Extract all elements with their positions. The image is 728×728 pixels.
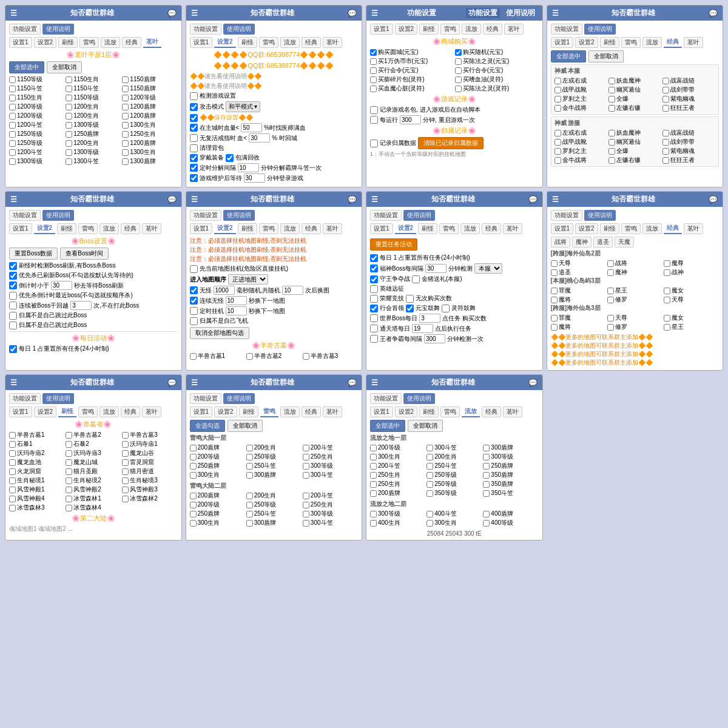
- btn-reset-task[interactable]: 重置任务活动: [370, 238, 417, 251]
- p10-my[interactable]: 茗叶: [323, 406, 342, 417]
- cb-lf-200dj[interactable]: [370, 445, 377, 451]
- cb-mlxc[interactable]: [9, 459, 16, 466]
- cb-fxsd1[interactable]: [9, 487, 16, 493]
- cb-mymd[interactable]: [122, 468, 129, 475]
- panel4-menu-icon[interactable]: ☰: [552, 9, 559, 18]
- p4-func[interactable]: 功能设置: [551, 24, 582, 35]
- tab-lm[interactable]: 雷鸣: [79, 37, 99, 48]
- cb-record[interactable]: [370, 106, 378, 114]
- input-revive[interactable]: [249, 133, 270, 143]
- cb-bxsl3[interactable]: [9, 505, 16, 511]
- input-chain[interactable]: [226, 296, 247, 305]
- input-tower[interactable]: [412, 324, 433, 333]
- panel10-chat-icon[interactable]: 💬: [348, 379, 357, 387]
- panel2-chat-icon[interactable]: 💬: [348, 9, 357, 18]
- cb-lm-250dl[interactable]: [246, 463, 253, 470]
- cb-bag[interactable]: [190, 144, 198, 152]
- panel1-menu-icon[interactable]: ☰: [10, 9, 17, 18]
- cb-lrhc[interactable]: [554, 78, 561, 84]
- cb-zm[interactable]: [551, 288, 558, 294]
- p3-my[interactable]: 茗叶: [504, 24, 524, 35]
- p11-lf[interactable]: 流放: [462, 406, 480, 417]
- p2-my[interactable]: 茗叶: [323, 37, 342, 48]
- tab-lf[interactable]: 流放: [101, 37, 120, 48]
- cb-skip-boss[interactable]: [9, 312, 17, 320]
- cb-lf-250dp[interactable]: [483, 463, 490, 470]
- cb-bxsl1[interactable]: [66, 496, 72, 502]
- btn-p10-cancel[interactable]: 全部取消: [228, 420, 263, 432]
- p8-warrior[interactable]: 战将: [551, 237, 570, 248]
- cb-lrhc2[interactable]: [554, 130, 561, 136]
- panel6-chat-icon[interactable]: 💬: [348, 195, 357, 204]
- p7-func[interactable]: 功能设置: [370, 210, 402, 221]
- p8-lf[interactable]: 流放: [642, 223, 662, 234]
- cb-lf-200dl[interactable]: [370, 463, 377, 470]
- p7-my[interactable]: 茗叶: [503, 223, 522, 234]
- cb-belong[interactable]: [370, 140, 378, 147]
- cb-lm-300sx[interactable]: [190, 472, 197, 479]
- cb-1150dp[interactable]: [122, 76, 129, 83]
- cb-p7-d1[interactable]: [370, 254, 378, 262]
- p8-func[interactable]: 功能设置: [551, 210, 582, 221]
- p8-demon[interactable]: 魔神: [572, 237, 592, 248]
- p6-s2[interactable]: 设置2: [214, 223, 236, 234]
- cb-kfwz2[interactable]: [662, 157, 669, 164]
- p6-lm[interactable]: 雷鸣: [259, 223, 278, 234]
- p8-jd[interactable]: 经典: [664, 223, 682, 234]
- cb-1300sx2[interactable]: [122, 149, 129, 156]
- cb-1300dj[interactable]: [66, 122, 72, 129]
- cb-pig[interactable]: [412, 275, 420, 283]
- cb-attack[interactable]: [190, 103, 198, 111]
- p9-lm[interactable]: 雷鸣: [78, 406, 98, 417]
- cb-1250dj[interactable]: [9, 131, 16, 138]
- panel2-tab-func[interactable]: 功能设置: [190, 24, 221, 35]
- tab-jd[interactable]: 经典: [122, 37, 141, 48]
- cb-honor2[interactable]: [406, 295, 414, 303]
- cb-1250dp[interactable]: [66, 131, 72, 138]
- cb-zjdd[interactable]: [662, 87, 669, 93]
- cb-lm-300dl[interactable]: [303, 472, 309, 479]
- cb-yuanbao[interactable]: [406, 305, 414, 312]
- p6-my[interactable]: 茗叶: [323, 223, 342, 234]
- cb-daily-boss[interactable]: [9, 322, 17, 329]
- cb-lf2-300sx[interactable]: [426, 520, 433, 527]
- panel7-menu-icon[interactable]: ☰: [371, 195, 378, 204]
- cb-lf-300dj[interactable]: [483, 454, 490, 460]
- cb-lf-200sx[interactable]: [426, 454, 433, 460]
- cb-lf2-400dp[interactable]: [483, 511, 490, 517]
- cb-buy-city[interactable]: [370, 49, 377, 56]
- cb-1300dj3[interactable]: [9, 158, 16, 165]
- tab-func[interactable]: 功能设置: [9, 24, 41, 35]
- panel1-select-all[interactable]: 全部选中: [9, 61, 44, 73]
- cb-1300sx[interactable]: [122, 122, 129, 129]
- p4-lm[interactable]: 雷鸣: [621, 37, 641, 48]
- input-hp[interactable]: [241, 123, 262, 132]
- cb-hldg[interactable]: [9, 468, 16, 475]
- cb-zdym[interactable]: [662, 96, 669, 103]
- p8-my[interactable]: 茗叶: [684, 223, 703, 234]
- cb-1150sx2[interactable]: [9, 95, 16, 101]
- panel3-menu-icon[interactable]: ☰: [371, 9, 378, 18]
- cb-hb1[interactable]: [190, 353, 197, 360]
- cb-lm-200dj[interactable]: [190, 454, 197, 460]
- p9-s2[interactable]: 设置2: [34, 406, 57, 417]
- panel1-cancel-all[interactable]: 全部取消: [47, 61, 82, 73]
- p4-s2[interactable]: 设置2: [575, 37, 598, 48]
- cb-kfwz[interactable]: [662, 105, 669, 112]
- cb-lm-200dp[interactable]: [190, 445, 197, 451]
- p8-devil[interactable]: 天魔: [615, 237, 634, 248]
- p2-lm[interactable]: 雷鸣: [259, 37, 278, 48]
- cb-tower[interactable]: [370, 325, 378, 332]
- cb-lf-250dj[interactable]: [426, 472, 433, 479]
- cb-lf-200dp[interactable]: [370, 490, 377, 497]
- cb-wmsm3[interactable]: [66, 450, 72, 457]
- p8-sg[interactable]: 刷怪: [600, 223, 619, 234]
- p6-lf[interactable]: 流放: [280, 223, 300, 234]
- p6-jd[interactable]: 经典: [302, 223, 321, 234]
- cb-buy-blood[interactable]: [455, 76, 462, 83]
- p10-func[interactable]: 功能设置: [190, 393, 221, 404]
- input-decompose[interactable]: [238, 163, 259, 172]
- cb-lf2-400dj[interactable]: [483, 520, 490, 527]
- p8-lm[interactable]: 雷鸣: [621, 223, 641, 234]
- p10-s2[interactable]: 设置2: [214, 406, 237, 417]
